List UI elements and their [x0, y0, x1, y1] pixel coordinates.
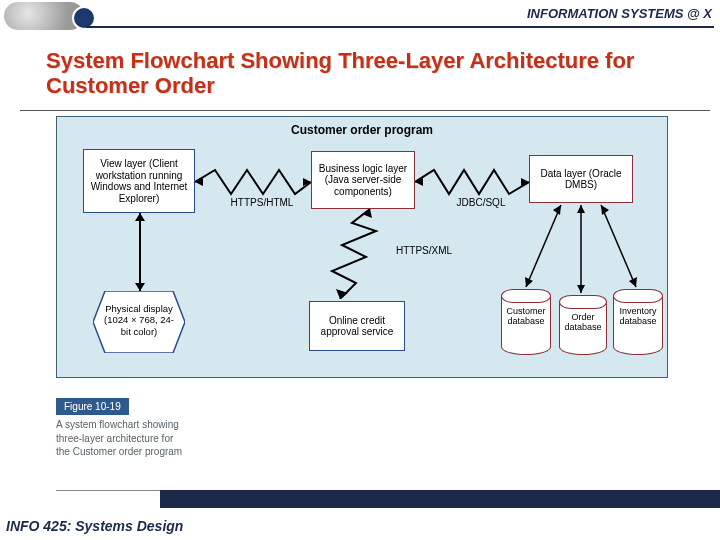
header: INFORMATION SYSTEMS @ X — [0, 0, 720, 32]
figure-caption: A system flowchart showing three-layer a… — [56, 418, 186, 459]
footer-decoration — [150, 490, 720, 508]
slide: { "header": { "right": "INFORMATION SYST… — [0, 0, 720, 540]
flowchart-panel: Customer order program View layer (Clien… — [56, 116, 668, 378]
label-https-xml: HTTPS/XML — [389, 245, 459, 256]
connector-data-dbs — [501, 203, 661, 295]
svg-marker-5 — [336, 289, 348, 299]
label-https-html: HTTPS/HTML — [227, 197, 297, 208]
connector-view-display — [139, 213, 141, 291]
connector-https-html — [195, 167, 311, 197]
node-business-text: Business logic layer (Java server-side c… — [316, 163, 410, 198]
db-order: Order database — [559, 295, 607, 355]
flowchart-title: Customer order program — [57, 123, 667, 137]
db-inventory: Inventory database — [613, 289, 663, 355]
db-customer-label: Customer database — [503, 307, 549, 327]
node-display-text: Physical display (1024 × 768, 24-bit col… — [103, 303, 175, 337]
db-order-label: Order database — [561, 313, 605, 333]
svg-line-13 — [601, 205, 636, 287]
connector-jdbc-sql — [415, 167, 529, 197]
svg-line-7 — [526, 205, 561, 287]
header-rule — [86, 26, 714, 28]
title-rule — [20, 110, 710, 111]
svg-marker-12 — [577, 285, 585, 293]
node-credit-service: Online credit approval service — [309, 301, 405, 351]
arrowhead-up-icon — [135, 213, 145, 221]
db-inventory-label: Inventory database — [615, 307, 661, 327]
node-data-text: Data layer (Oracle DMBS) — [534, 168, 628, 191]
node-data-layer: Data layer (Oracle DMBS) — [529, 155, 633, 203]
slide-title: System Flowchart Showing Three-Layer Arc… — [46, 48, 720, 99]
connector-https-xml — [322, 209, 392, 299]
node-view-layer: View layer (Client workstation running W… — [83, 149, 195, 213]
db-customer: Customer database — [501, 289, 551, 355]
header-brand: INFORMATION SYSTEMS @ X — [527, 6, 712, 21]
node-physical-display: Physical display (1024 × 768, 24-bit col… — [93, 291, 185, 353]
arrowhead-down-icon — [135, 283, 145, 291]
figure-number-badge: Figure 10-19 — [56, 398, 129, 415]
node-credit-text: Online credit approval service — [314, 315, 400, 338]
footer-course: INFO 425: Systems Design — [6, 518, 183, 534]
svg-marker-11 — [577, 205, 585, 213]
logo-graphic — [4, 2, 84, 30]
node-view-text: View layer (Client workstation running W… — [88, 158, 190, 204]
node-business-layer: Business logic layer (Java server-side c… — [311, 151, 415, 209]
